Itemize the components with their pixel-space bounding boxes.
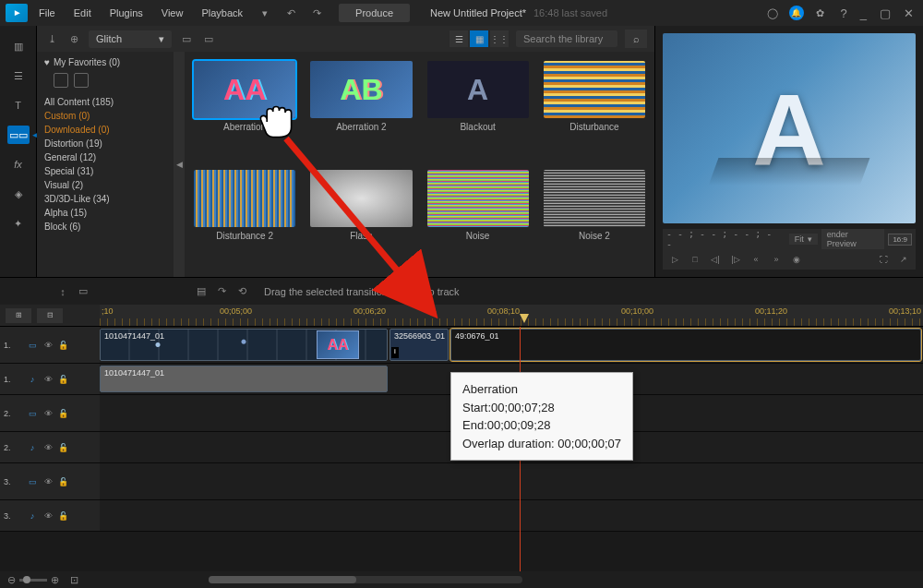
track-visible-toggle[interactable]: 👁 (42, 408, 54, 419)
info-marker[interactable]: i (391, 347, 399, 358)
thumb-noise2[interactable]: Noise 2 (544, 170, 645, 268)
cat-3d[interactable]: 3D/3D-Like (34) (44, 192, 166, 206)
tag-icon[interactable] (54, 73, 68, 88)
zoom-dropdown[interactable]: Fit▾ (789, 234, 818, 245)
cat-alpha[interactable]: Alpha (15) (44, 206, 166, 220)
fit-icon[interactable]: ⊡ (66, 572, 81, 587)
tool-text[interactable]: T (7, 96, 30, 114)
cat-downloaded[interactable]: Downloaded (0) (44, 123, 166, 137)
search-icon[interactable]: ⌕ (625, 30, 647, 48)
track-lock-toggle[interactable]: 🔓 (57, 374, 68, 385)
hint-bar: ↕ ▭ ▤ ↷ ⟲ Drag the selected transition t… (0, 277, 923, 305)
user-icon[interactable]: ◯ (764, 5, 781, 21)
cat-all[interactable]: All Content (185) (44, 95, 166, 109)
track-visible-toggle[interactable]: 👁 (42, 442, 54, 453)
tool-transition[interactable]: ▭▭ (7, 126, 30, 144)
track-body-v3[interactable] (100, 463, 923, 499)
view-list-icon[interactable]: ☰ (450, 30, 468, 47)
tool-rail: ▥ ☰ T ▭▭ fx ◈ ✦ (0, 26, 37, 277)
view-grid-icon[interactable]: ▦ (470, 30, 488, 47)
delete-icon[interactable]: ▭ (201, 31, 216, 46)
cat-visual[interactable]: Visual (2) (44, 178, 166, 192)
video-track-icon: ▭ (26, 408, 39, 419)
timeline-mode-1[interactable]: ⊞ (6, 308, 31, 323)
hint-icon-2[interactable]: ▭ (76, 284, 90, 299)
zoom-out-icon[interactable]: ⊖ (7, 574, 16, 586)
thumb-disturbance[interactable]: Disturbance (544, 61, 645, 159)
tag-add-icon[interactable] (74, 73, 89, 88)
cat-special[interactable]: Special (31) (44, 164, 166, 178)
next-frame-icon[interactable]: |▷ (727, 253, 744, 266)
audio-track-icon: ♪ (26, 510, 39, 522)
popout-icon[interactable]: ↗ (895, 253, 912, 266)
timeline-mode-2[interactable]: ⊟ (37, 308, 63, 323)
track-body-a3[interactable] (100, 500, 923, 531)
import-icon[interactable]: ⤓ (44, 31, 59, 46)
track-visible-toggle[interactable]: 👁 (42, 340, 54, 351)
chevron-down-icon: ▾ (159, 33, 164, 45)
link-icon[interactable]: ⊕ (66, 31, 81, 46)
cat-general[interactable]: General (12) (44, 150, 166, 164)
clip-v1c[interactable]: 49:0676_01 (450, 329, 921, 361)
category-dropdown[interactable]: Glitch ▾ (89, 30, 172, 48)
hint-icon-1[interactable]: ↕ (55, 284, 70, 299)
tool-media[interactable]: ▥ (7, 37, 30, 55)
maximize-icon[interactable]: ▢ (876, 5, 894, 22)
notification-icon[interactable]: 🔔 (789, 6, 804, 20)
menu-edit[interactable]: Edit (66, 4, 99, 22)
close-icon[interactable]: ✕ (900, 5, 917, 22)
cat-block[interactable]: Block (6) (44, 220, 166, 234)
track-lock-toggle[interactable]: 🔓 (57, 442, 68, 453)
track-lock-toggle[interactable]: 🔓 (57, 476, 68, 487)
rewind-icon[interactable]: « (748, 253, 764, 266)
project-title: New Untitled Project* (430, 7, 526, 18)
cat-distortion[interactable]: Distortion (19) (44, 137, 166, 150)
track-visible-toggle[interactable]: 👁 (42, 510, 54, 522)
menu-view[interactable]: View (154, 4, 191, 22)
tool-fx[interactable]: fx (7, 155, 30, 174)
clip-a1[interactable]: 1010471447_01 (100, 366, 388, 392)
help-icon[interactable]: ? (837, 5, 851, 22)
hint-icon-3[interactable]: ▤ (194, 284, 209, 299)
sidebar-collapse[interactable]: ◀ (174, 52, 185, 277)
tool-particle[interactable]: ✦ (7, 214, 30, 233)
track-lock-toggle[interactable]: 🔓 (57, 408, 68, 419)
cat-custom[interactable]: Custom (0) (44, 109, 166, 123)
fullscreen-icon[interactable]: ⛶ (875, 253, 892, 266)
new-folder-icon[interactable]: ▭ (179, 31, 194, 46)
play-icon[interactable]: ▷ (666, 253, 683, 266)
forward-icon[interactable]: » (768, 253, 785, 266)
tool-overlay[interactable]: ◈ (7, 185, 30, 203)
menu-file[interactable]: File (31, 4, 63, 22)
ruler-tick: 00;11;20 (755, 306, 787, 316)
tool-title[interactable]: ☰ (7, 66, 30, 85)
save-icon[interactable]: ▾ (257, 5, 273, 21)
hint-icon-4[interactable]: ↷ (214, 284, 229, 299)
menu-playback[interactable]: Playback (194, 4, 250, 22)
zoom-in-icon[interactable]: ⊕ (51, 574, 59, 586)
track-visible-toggle[interactable]: 👁 (42, 374, 54, 385)
snapshot-icon[interactable]: ◉ (788, 253, 805, 266)
minimize-icon[interactable]: _ (857, 5, 870, 22)
produce-button[interactable]: Produce (339, 4, 410, 22)
stop-icon[interactable]: □ (687, 253, 703, 266)
menu-plugins[interactable]: Plugins (102, 4, 150, 22)
track-lock-toggle[interactable]: 🔓 (57, 340, 68, 351)
settings-icon[interactable]: ✿ (812, 5, 829, 21)
time-ruler[interactable]: ;10 00;05;00 00;06;20 00;08;10 00;10;00 … (100, 305, 923, 326)
search-input[interactable]: Search the library (516, 30, 617, 47)
view-dots-icon[interactable]: ⋮⋮ (490, 30, 509, 47)
timeline-scrollbar[interactable] (209, 576, 522, 583)
prev-frame-icon[interactable]: ◁| (707, 253, 724, 266)
favorites-header[interactable]: ♥ My Favorites (0) (44, 57, 166, 67)
transition-clip[interactable]: AA (317, 330, 359, 359)
hint-icon-5[interactable]: ⟲ (234, 284, 249, 299)
track-lock-toggle[interactable]: 🔓 (57, 510, 68, 522)
track-visible-toggle[interactable]: 👁 (42, 476, 54, 487)
track-body-v1[interactable]: 1010471447_01 AA 32566903_01 49:0676_01 … (100, 327, 923, 363)
undo-icon[interactable]: ↶ (282, 5, 299, 21)
preview-panel: A - - ; - - ; - - ; - - Fit▾ ender Previ… (655, 26, 923, 277)
redo-icon[interactable]: ↷ (308, 5, 325, 21)
quality-dropdown[interactable]: ender Preview (821, 229, 885, 249)
ruler-tick: 00;08;10 (487, 306, 520, 316)
